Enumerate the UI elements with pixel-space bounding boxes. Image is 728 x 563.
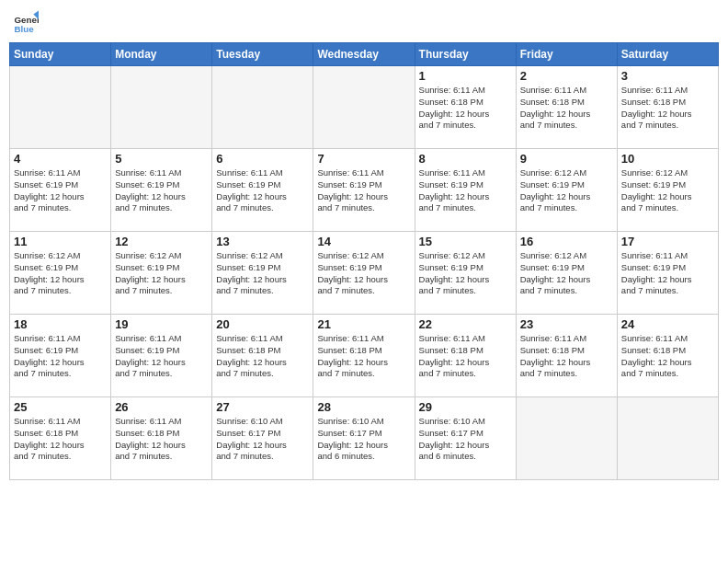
day-info: Sunrise: 6:11 AM Sunset: 6:19 PM Dayligh…: [216, 167, 309, 214]
calendar-cell: 16Sunrise: 6:12 AM Sunset: 6:19 PM Dayli…: [516, 232, 617, 315]
svg-text:Blue: Blue: [14, 24, 34, 34]
day-number: 16: [520, 235, 613, 248]
calendar-cell: 7Sunrise: 6:11 AM Sunset: 6:19 PM Daylig…: [313, 149, 415, 232]
calendar-cell: 2Sunrise: 6:11 AM Sunset: 6:18 PM Daylig…: [516, 66, 617, 149]
calendar-cell: 22Sunrise: 6:11 AM Sunset: 6:18 PM Dayli…: [415, 315, 516, 397]
calendar-cell: 17Sunrise: 6:11 AM Sunset: 6:19 PM Dayli…: [617, 232, 718, 315]
calendar-cell: 4Sunrise: 6:11 AM Sunset: 6:19 PM Daylig…: [10, 149, 111, 232]
calendar-cell: 15Sunrise: 6:12 AM Sunset: 6:19 PM Dayli…: [415, 232, 516, 315]
day-header-wednesday: Wednesday: [313, 43, 415, 66]
day-number: 14: [317, 235, 410, 248]
day-number: 9: [520, 152, 613, 166]
day-info: Sunrise: 6:12 AM Sunset: 6:19 PM Dayligh…: [14, 250, 107, 297]
day-number: 6: [216, 152, 309, 166]
day-header-thursday: Thursday: [415, 43, 516, 66]
logo: General Blue: [13, 9, 39, 35]
day-header-sunday: Sunday: [10, 43, 111, 66]
week-row-4: 18Sunrise: 6:11 AM Sunset: 6:19 PM Dayli…: [10, 315, 719, 397]
day-info: Sunrise: 6:11 AM Sunset: 6:18 PM Dayligh…: [216, 333, 309, 380]
day-number: 3: [621, 69, 714, 83]
week-row-5: 25Sunrise: 6:11 AM Sunset: 6:18 PM Dayli…: [10, 397, 719, 480]
week-row-1: 1Sunrise: 6:11 AM Sunset: 6:18 PM Daylig…: [10, 66, 719, 149]
day-number: 21: [317, 317, 410, 331]
calendar-cell: [313, 66, 415, 149]
calendar-cell: 25Sunrise: 6:11 AM Sunset: 6:18 PM Dayli…: [10, 397, 111, 480]
day-info: Sunrise: 6:11 AM Sunset: 6:19 PM Dayligh…: [621, 250, 714, 297]
day-info: Sunrise: 6:11 AM Sunset: 6:18 PM Dayligh…: [520, 333, 613, 380]
calendar-cell: 19Sunrise: 6:11 AM Sunset: 6:19 PM Dayli…: [111, 315, 212, 397]
calendar-cell: 28Sunrise: 6:10 AM Sunset: 6:17 PM Dayli…: [313, 397, 415, 480]
day-number: 18: [14, 317, 107, 331]
day-header-saturday: Saturday: [617, 43, 718, 66]
calendar-cell: 5Sunrise: 6:11 AM Sunset: 6:19 PM Daylig…: [111, 149, 212, 232]
day-info: Sunrise: 6:11 AM Sunset: 6:18 PM Dayligh…: [621, 333, 714, 380]
day-info: Sunrise: 6:12 AM Sunset: 6:19 PM Dayligh…: [520, 250, 613, 297]
day-number: 26: [115, 400, 208, 414]
day-info: Sunrise: 6:11 AM Sunset: 6:18 PM Dayligh…: [520, 85, 613, 132]
day-number: 11: [14, 235, 107, 248]
days-header-row: SundayMondayTuesdayWednesdayThursdayFrid…: [10, 43, 719, 66]
calendar-cell: 8Sunrise: 6:11 AM Sunset: 6:19 PM Daylig…: [415, 149, 516, 232]
day-number: 5: [115, 152, 208, 166]
day-info: Sunrise: 6:11 AM Sunset: 6:19 PM Dayligh…: [317, 167, 410, 214]
calendar-cell: 20Sunrise: 6:11 AM Sunset: 6:18 PM Dayli…: [212, 315, 313, 397]
day-number: 12: [115, 235, 208, 248]
day-number: 7: [317, 152, 410, 166]
day-info: Sunrise: 6:12 AM Sunset: 6:19 PM Dayligh…: [520, 167, 613, 214]
day-info: Sunrise: 6:11 AM Sunset: 6:19 PM Dayligh…: [115, 167, 208, 214]
day-info: Sunrise: 6:10 AM Sunset: 6:17 PM Dayligh…: [419, 416, 512, 463]
day-info: Sunrise: 6:12 AM Sunset: 6:19 PM Dayligh…: [621, 167, 714, 214]
day-info: Sunrise: 6:10 AM Sunset: 6:17 PM Dayligh…: [317, 416, 410, 463]
calendar-cell: [111, 66, 212, 149]
day-info: Sunrise: 6:11 AM Sunset: 6:19 PM Dayligh…: [14, 167, 107, 214]
page-header: General Blue: [9, 9, 719, 35]
day-number: 19: [115, 317, 208, 331]
day-info: Sunrise: 6:11 AM Sunset: 6:18 PM Dayligh…: [621, 85, 714, 132]
day-info: Sunrise: 6:11 AM Sunset: 6:18 PM Dayligh…: [419, 85, 512, 132]
day-number: 24: [621, 317, 714, 331]
calendar-cell: [10, 66, 111, 149]
day-number: 23: [520, 317, 613, 331]
calendar-cell: 13Sunrise: 6:12 AM Sunset: 6:19 PM Dayli…: [212, 232, 313, 315]
calendar-cell: 26Sunrise: 6:11 AM Sunset: 6:18 PM Dayli…: [111, 397, 212, 480]
calendar-cell: 14Sunrise: 6:12 AM Sunset: 6:19 PM Dayli…: [313, 232, 415, 315]
calendar-cell: 6Sunrise: 6:11 AM Sunset: 6:19 PM Daylig…: [212, 149, 313, 232]
day-info: Sunrise: 6:12 AM Sunset: 6:19 PM Dayligh…: [115, 250, 208, 297]
day-number: 27: [216, 400, 309, 414]
calendar-cell: 9Sunrise: 6:12 AM Sunset: 6:19 PM Daylig…: [516, 149, 617, 232]
day-number: 17: [621, 235, 714, 248]
calendar-cell: 24Sunrise: 6:11 AM Sunset: 6:18 PM Dayli…: [617, 315, 718, 397]
calendar-cell: [617, 397, 718, 480]
calendar-table: SundayMondayTuesdayWednesdayThursdayFrid…: [9, 42, 719, 480]
day-number: 20: [216, 317, 309, 331]
day-info: Sunrise: 6:11 AM Sunset: 6:18 PM Dayligh…: [419, 333, 512, 380]
day-number: 15: [419, 235, 512, 248]
calendar-cell: 10Sunrise: 6:12 AM Sunset: 6:19 PM Dayli…: [617, 149, 718, 232]
calendar-cell: [212, 66, 313, 149]
day-info: Sunrise: 6:11 AM Sunset: 6:18 PM Dayligh…: [14, 416, 107, 463]
day-info: Sunrise: 6:10 AM Sunset: 6:17 PM Dayligh…: [216, 416, 309, 463]
day-number: 10: [621, 152, 714, 166]
week-row-3: 11Sunrise: 6:12 AM Sunset: 6:19 PM Dayli…: [10, 232, 719, 315]
logo-icon: General Blue: [13, 9, 39, 35]
day-header-tuesday: Tuesday: [212, 43, 313, 66]
calendar-cell: 12Sunrise: 6:12 AM Sunset: 6:19 PM Dayli…: [111, 232, 212, 315]
calendar-cell: 21Sunrise: 6:11 AM Sunset: 6:18 PM Dayli…: [313, 315, 415, 397]
day-number: 13: [216, 235, 309, 248]
calendar-cell: 27Sunrise: 6:10 AM Sunset: 6:17 PM Dayli…: [212, 397, 313, 480]
day-number: 2: [520, 69, 613, 83]
day-number: 28: [317, 400, 410, 414]
day-info: Sunrise: 6:11 AM Sunset: 6:18 PM Dayligh…: [317, 333, 410, 380]
day-info: Sunrise: 6:11 AM Sunset: 6:19 PM Dayligh…: [115, 333, 208, 380]
calendar-cell: [516, 397, 617, 480]
day-number: 25: [14, 400, 107, 414]
week-row-2: 4Sunrise: 6:11 AM Sunset: 6:19 PM Daylig…: [10, 149, 719, 232]
calendar-cell: 3Sunrise: 6:11 AM Sunset: 6:18 PM Daylig…: [617, 66, 718, 149]
day-info: Sunrise: 6:12 AM Sunset: 6:19 PM Dayligh…: [216, 250, 309, 297]
day-number: 29: [419, 400, 512, 414]
day-info: Sunrise: 6:12 AM Sunset: 6:19 PM Dayligh…: [317, 250, 410, 297]
calendar-cell: 29Sunrise: 6:10 AM Sunset: 6:17 PM Dayli…: [415, 397, 516, 480]
calendar-cell: 18Sunrise: 6:11 AM Sunset: 6:19 PM Dayli…: [10, 315, 111, 397]
day-info: Sunrise: 6:12 AM Sunset: 6:19 PM Dayligh…: [419, 250, 512, 297]
day-info: Sunrise: 6:11 AM Sunset: 6:19 PM Dayligh…: [419, 167, 512, 214]
